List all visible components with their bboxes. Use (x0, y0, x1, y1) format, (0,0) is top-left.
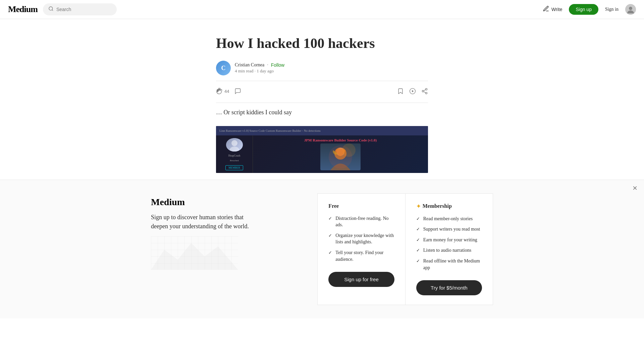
modal-close-button[interactable]: × (633, 184, 637, 192)
member-badge: MEMBER (225, 165, 243, 170)
search-input[interactable] (56, 7, 111, 12)
membership-star-icon: ✦ (416, 203, 421, 209)
medium-logo[interactable]: Medium (8, 4, 38, 14)
article-container: How I hacked 100 hackers C Cristian Corn… (208, 19, 436, 173)
svg-point-8 (426, 93, 427, 94)
save-button[interactable] (397, 88, 404, 95)
decorative-pattern (151, 236, 297, 271)
image-bar-text: Linn Ransomware v1.0] Source Code Custom… (219, 129, 321, 132)
free-feature-3: ✓ Tell your story. Find your audience. (328, 249, 394, 262)
signup-membership-button[interactable]: Try for $5/month (416, 280, 482, 295)
check-icon-2: ✓ (328, 233, 332, 239)
nav-left: Medium (8, 3, 117, 15)
signin-link[interactable]: Sign in (605, 7, 619, 12)
share-button[interactable] (421, 88, 428, 95)
check-icon-m3: ✓ (416, 237, 420, 243)
author-row: C Cristian Cornea · Follow 4 min read · … (216, 61, 428, 75)
check-icon-m1: ✓ (416, 216, 420, 222)
svg-point-6 (426, 88, 427, 90)
check-icon-1: ✓ (328, 216, 332, 222)
author-info: Cristian Cornea · Follow 4 min read · 1 … (235, 62, 284, 74)
article-intro: … Or script kiddies I could say (216, 107, 428, 118)
modal-columns: Free ✓ Distraction-free reading. No ads.… (317, 193, 493, 305)
free-feature-list: ✓ Distraction-free reading. No ads. ✓ Or… (328, 215, 394, 263)
svg-line-10 (424, 90, 426, 91)
image-browser-bar: Linn Ransomware v1.0] Source Code Custom… (216, 126, 428, 135)
image-main: HeapCrash Breached MEMBER JPM Ransomware… (216, 135, 428, 173)
write-label: Write (551, 7, 562, 12)
modal-tagline: Sign up to discover human stories thatde… (151, 213, 297, 231)
clap-count: 44 (224, 89, 229, 94)
svg-point-12 (231, 140, 237, 146)
follow-button[interactable]: Follow (271, 62, 284, 68)
free-title: Free (328, 203, 394, 209)
svg-point-7 (422, 90, 424, 92)
svg-line-9 (424, 92, 426, 93)
signup-modal: × Medium Sign up to discover human stori… (0, 180, 644, 319)
breach-label: Breached (230, 159, 238, 162)
article-title: How I hacked 100 hackers (216, 35, 428, 51)
clap-button[interactable]: 44 (216, 88, 229, 95)
image-content: JPM Ransomware Builder Source Code (v1.0… (253, 135, 428, 173)
svg-point-0 (49, 7, 53, 10)
mem-feature-2: ✓ Support writers you read most (416, 226, 482, 233)
membership-feature-list: ✓ Read member-only stories ✓ Support wri… (416, 216, 482, 271)
mem-feature-3: ✓ Earn money for your writing (416, 237, 482, 243)
search-icon (48, 6, 54, 13)
check-icon-m5: ✓ (416, 258, 420, 264)
nav-right: Write Sign up Sign in (543, 4, 636, 15)
check-icon-3: ✓ (328, 250, 332, 256)
modal-logo: Medium (151, 197, 297, 207)
author-meta: 4 min read · 1 day ago (235, 68, 284, 74)
mem-feature-5: ✓ Read offline with the Medium app (416, 258, 482, 271)
navbar: Medium Write Sign up Sign in (0, 0, 644, 19)
svg-point-18 (342, 143, 356, 157)
check-icon-m2: ✓ (416, 226, 420, 232)
comment-button[interactable] (234, 88, 241, 95)
write-button[interactable]: Write (543, 5, 562, 14)
search-bar[interactable] (43, 3, 117, 15)
author-name[interactable]: Cristian Cornea (235, 62, 264, 68)
image-sidebar: HeapCrash Breached MEMBER (216, 135, 253, 173)
membership-title: ✦ Membership (416, 203, 482, 209)
author-name-row: Cristian Cornea · Follow (235, 62, 284, 68)
svg-marker-5 (412, 90, 414, 93)
avatar[interactable] (625, 4, 636, 15)
sidebar-avatar (226, 138, 243, 152)
membership-column: ✦ Membership ✓ Read member-only stories … (405, 193, 493, 305)
svg-point-3 (629, 7, 632, 10)
mem-feature-1: ✓ Read member-only stories (416, 216, 482, 222)
image-overlay-title: JPM Ransomware Builder Source Code (v1.0… (304, 138, 377, 142)
author-dot: · (267, 62, 268, 68)
free-column: Free ✓ Distraction-free reading. No ads.… (317, 193, 405, 305)
hacker-illustration (320, 143, 361, 172)
listen-button[interactable] (409, 88, 416, 95)
top-divider (216, 81, 428, 81)
author-avatar-placeholder: C (216, 61, 231, 75)
author-avatar[interactable]: C (216, 61, 231, 75)
svg-line-1 (52, 10, 53, 11)
modal-left: Medium Sign up to discover human stories… (151, 193, 317, 271)
action-left: 44 (216, 88, 241, 95)
signup-free-button[interactable]: Sign up for free (328, 272, 394, 287)
bottom-divider (216, 103, 428, 103)
article-image-inner: Linn Ransomware v1.0] Source Code Custom… (216, 126, 428, 173)
modal-inner: Medium Sign up to discover human stories… (138, 193, 506, 305)
action-bar: 44 (216, 85, 428, 97)
sidebar-username: HeapCrash (228, 154, 240, 157)
signup-button[interactable]: Sign up (569, 4, 598, 15)
check-icon-m4: ✓ (416, 247, 420, 253)
free-feature-2: ✓ Organize your knowledge with lists and… (328, 232, 394, 245)
article-image: Linn Ransomware v1.0] Source Code Custom… (216, 126, 428, 173)
mem-feature-4: ✓ Listen to audio narrations (416, 247, 482, 254)
action-right (397, 88, 428, 95)
free-feature-1: ✓ Distraction-free reading. No ads. (328, 215, 394, 228)
write-icon (543, 5, 549, 14)
